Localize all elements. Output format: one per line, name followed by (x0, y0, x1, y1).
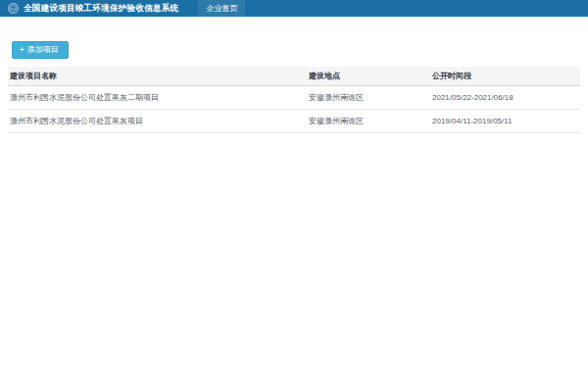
project-table: 建设项目名称 建设地点 公开时间段 滁州市利国水泥股份公司处置黑灰二期项目 安徽… (8, 67, 580, 133)
project-table-container: 建设项目名称 建设地点 公开时间段 滁州市利国水泥股份公司处置黑灰二期项目 安徽… (8, 67, 580, 133)
col-header-project-name: 建设项目名称 (8, 67, 307, 86)
top-nav: 企业首页 (198, 0, 245, 17)
toolbar: + 添加项目 (0, 17, 588, 59)
cell-location: 安徽滁州南谯区 (307, 86, 430, 110)
table-header-row: 建设项目名称 建设地点 公开时间段 (8, 67, 580, 86)
cell-project-name[interactable]: 滁州市利国水泥股份公司处置黑灰项目 (8, 110, 307, 133)
emblem-logo-icon (8, 3, 19, 14)
add-project-button[interactable]: + 添加项目 (12, 41, 69, 59)
add-project-button-label: 添加项目 (27, 46, 59, 54)
plus-icon: + (20, 46, 24, 54)
cell-period: 2021/05/22-2021/06/18 (430, 86, 580, 110)
table-row[interactable]: 滁州市利国水泥股份公司处置黑灰项目 安徽滁州南谯区 2019/04/11-201… (8, 110, 580, 133)
table-row[interactable]: 滁州市利国水泥股份公司处置黑灰二期项目 安徽滁州南谯区 2021/05/22-2… (8, 86, 580, 110)
col-header-period: 公开时间段 (430, 67, 580, 86)
cell-period: 2019/04/11-2019/05/11 (430, 110, 580, 133)
cell-project-name[interactable]: 滁州市利国水泥股份公司处置黑灰二期项目 (8, 86, 307, 110)
app-title: 全国建设项目竣工环境保护验收信息系统 (24, 3, 178, 15)
col-header-location: 建设地点 (307, 67, 430, 86)
app-header: 全国建设项目竣工环境保护验收信息系统 企业首页 (0, 0, 588, 17)
cell-location: 安徽滁州南谯区 (307, 110, 430, 133)
nav-item-enterprise-home[interactable]: 企业首页 (198, 0, 245, 17)
